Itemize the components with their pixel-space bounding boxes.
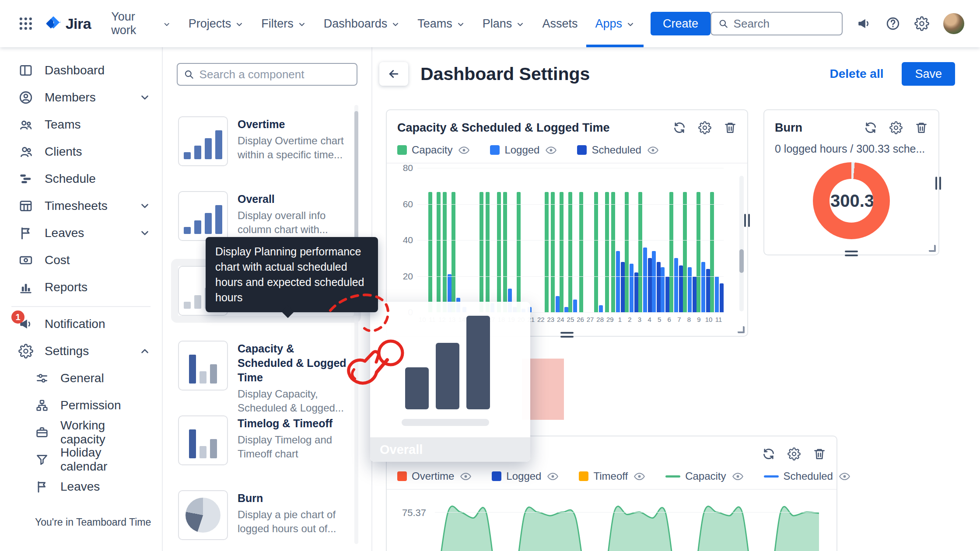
component-search[interactable]: [177, 63, 357, 86]
component-card-overtime[interactable]: OvertimeDisplay Overtime chart within a …: [178, 116, 354, 166]
sidebar-item-label: Cost: [45, 253, 70, 267]
global-search[interactable]: [710, 12, 843, 35]
component-card-burn[interactable]: BurnDisplay a pie chart of logged hours …: [178, 490, 354, 540]
nav-item-apps[interactable]: Apps: [586, 0, 644, 47]
component-card-capacity-scheduled-logged-time[interactable]: Capacity & Scheduled & Logged TimeDispla…: [178, 341, 354, 391]
sidebar-item-leaves[interactable]: Leaves: [0, 220, 162, 247]
gear-icon[interactable]: [698, 121, 711, 134]
sidebar-item-reports[interactable]: Reports: [0, 274, 162, 301]
gear-icon[interactable]: [889, 121, 903, 134]
sidebar-item-general[interactable]: General: [0, 365, 162, 392]
resize-handle-right[interactable]: [935, 177, 941, 190]
nav-item-assets[interactable]: Assets: [533, 0, 586, 47]
legend-swatch: [397, 145, 407, 155]
app-switcher-icon[interactable]: [18, 15, 34, 32]
resize-handle-right[interactable]: [744, 214, 750, 227]
refresh-icon[interactable]: [673, 121, 686, 134]
sidebar-item-permission[interactable]: Permission: [0, 392, 162, 419]
eye-icon[interactable]: [460, 471, 472, 482]
sidebar-item-schedule[interactable]: Schedule: [0, 165, 162, 192]
chevron-down-icon[interactable]: [139, 227, 150, 239]
component-description: Display Capacity, Scheduled & Logged...: [238, 387, 349, 415]
eye-icon[interactable]: [839, 471, 850, 482]
search-icon: [184, 69, 194, 80]
create-button[interactable]: Create: [651, 12, 710, 35]
timesheets-icon: [18, 199, 33, 213]
sidebar-item-cost[interactable]: Cost: [0, 247, 162, 274]
widget-scrollbar-thumb[interactable]: [739, 249, 744, 273]
help-icon[interactable]: [886, 16, 900, 31]
nav-item-your-work[interactable]: Your work: [102, 0, 180, 47]
component-description: Display Timelog and Timeoff chart: [238, 433, 349, 461]
component-title: Capacity & Scheduled & Logged Time: [238, 342, 349, 385]
eye-icon[interactable]: [458, 144, 470, 156]
teams-icon: [18, 117, 33, 132]
refresh-icon[interactable]: [762, 447, 775, 460]
nav-item-dashboards[interactable]: Dashboards: [315, 0, 409, 47]
component-card-overall[interactable]: OverallDisplay overall info column chart…: [178, 191, 354, 241]
sidebar-item-notification[interactable]: 1 Notification: [0, 310, 162, 338]
component-card-timelog-timeoff[interactable]: Timelog & TimeoffDisplay Timelog and Tim…: [178, 415, 354, 465]
sidebar: DashboardMembersTeamsClientsScheduleTime…: [0, 47, 163, 551]
y-axis: 020406080: [397, 168, 417, 312]
gear-icon[interactable]: [788, 447, 801, 460]
legend-label: Capacity: [412, 144, 452, 156]
component-search-input[interactable]: [200, 68, 350, 81]
sidebar-divider: [11, 306, 150, 307]
sidebar-item-teams[interactable]: Teams: [0, 111, 162, 138]
sidebar-item-clients[interactable]: Clients: [0, 138, 162, 165]
announcements-icon[interactable]: [857, 16, 872, 31]
resize-handle-bottom[interactable]: [845, 251, 858, 256]
nav-item-filters[interactable]: Filters: [252, 0, 315, 47]
global-search-input[interactable]: [734, 17, 835, 31]
gridline: [417, 240, 724, 241]
panel-scrollbar[interactable]: [354, 105, 358, 544]
trash-icon[interactable]: [915, 121, 928, 134]
eye-icon[interactable]: [732, 471, 744, 482]
resize-handle-bottom[interactable]: [560, 332, 574, 338]
nav-item-plans[interactable]: Plans: [474, 0, 534, 47]
bar-logged: [556, 296, 560, 312]
chevron-up-icon[interactable]: [139, 345, 150, 357]
eye-icon[interactable]: [647, 144, 659, 156]
user-avatar[interactable]: [943, 13, 964, 34]
jira-logo[interactable]: Jira: [45, 15, 91, 32]
legend-item-scheduled: Scheduled: [764, 470, 850, 482]
chevron-down-icon[interactable]: [139, 92, 150, 103]
back-button[interactable]: [379, 62, 408, 86]
resize-handle-corner[interactable]: [929, 245, 936, 252]
trash-icon[interactable]: [724, 121, 737, 134]
legend-item-scheduled: Scheduled: [577, 144, 658, 156]
trash-icon[interactable]: [813, 447, 826, 460]
save-button[interactable]: Save: [902, 62, 955, 86]
drag-preview-skeleton: [402, 419, 489, 426]
widget-scrollbar[interactable]: [739, 176, 744, 311]
chevron-down-icon[interactable]: [139, 200, 150, 212]
primary-nav: Your workProjectsFiltersDashboardsTeamsP…: [102, 0, 644, 47]
sidebar-item-settings[interactable]: Settings: [0, 338, 162, 365]
delete-all-button[interactable]: Delete all: [830, 67, 884, 81]
nav-item-projects[interactable]: Projects: [180, 0, 253, 47]
refresh-icon[interactable]: [864, 121, 877, 134]
settings-icon[interactable]: [914, 16, 929, 31]
bar-capacity: [579, 192, 583, 312]
burn-donut-chart: 300.33: [813, 162, 890, 239]
chevron-down-icon: [456, 20, 465, 29]
nav-item-label: Projects: [189, 17, 231, 31]
sidebar-item-dashboard[interactable]: Dashboard: [0, 57, 162, 84]
sidebar-item-members[interactable]: Members: [0, 84, 162, 111]
sidebar-item-timesheets[interactable]: Timesheets: [0, 192, 162, 220]
sidebar-item-holiday-calendar[interactable]: Holiday calendar: [0, 446, 162, 473]
pie-thumbnail: [186, 498, 220, 533]
jira-mark-icon: [45, 15, 62, 32]
eye-icon[interactable]: [634, 471, 645, 482]
drag-preview-card[interactable]: Overall: [370, 302, 530, 462]
sidebar-item-leaves[interactable]: Leaves: [0, 473, 162, 500]
search-icon: [718, 18, 728, 29]
resize-handle-corner[interactable]: [738, 326, 745, 333]
nav-item-teams[interactable]: Teams: [409, 0, 474, 47]
sidebar-item-working-capacity[interactable]: Working capacity: [0, 419, 162, 446]
eye-icon[interactable]: [547, 471, 559, 482]
eye-icon[interactable]: [545, 144, 557, 156]
legend-label: Overtime: [412, 470, 454, 482]
